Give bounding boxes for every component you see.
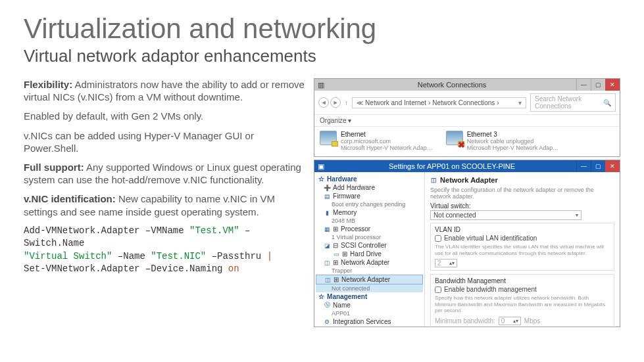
bullet-fullsupport: Full support: Any supported Windows or L… [24, 161, 305, 186]
vlan-group-title: VLAN ID [435, 226, 610, 233]
vlan-checkbox[interactable]: Enable virtual LAN identification [435, 235, 610, 242]
tree-memory-sub: 2048 MB [316, 217, 423, 225]
bullet-enabled: Enabled by default, with Gen 2 VMs only. [24, 110, 305, 122]
tree-processor[interactable]: ▦⊞ Processor [316, 225, 423, 233]
minimize-button[interactable]: — [576, 160, 591, 172]
nic-tree-icon: ◫ [324, 260, 330, 266]
tree-firmware[interactable]: ▤Firmware [316, 192, 423, 200]
processor-icon: ▦ [324, 226, 330, 233]
tree-firmware-sub: Boot entry changes pending [316, 200, 423, 208]
tree-management-section: ☆ Management [316, 292, 423, 301]
vlan-group: VLAN ID Enable virtual LAN identificatio… [430, 223, 614, 271]
tree-is-sub: Some services offered [316, 326, 423, 327]
settings-icon: ▣ [314, 162, 328, 171]
code-block: Add-VMNetwork.Adapter –VMName "Test.VM" … [24, 225, 305, 276]
bullet-fullsupport-lead: Full support: [24, 162, 84, 173]
vlan-hint: The VLAN identifier specifies the virtua… [435, 244, 610, 256]
nic-icon [320, 131, 337, 145]
back-button[interactable]: ◄ [318, 97, 329, 108]
tree-na1-sub: Trapper [316, 267, 423, 275]
tree-na2-sub: Not connected [316, 284, 423, 292]
tree-integration-services[interactable]: ⚙Integration Services [316, 317, 423, 326]
firmware-icon: ▤ [324, 193, 330, 200]
slide-subtitle: Virtual network adaptor enhancements [24, 46, 620, 66]
close-button[interactable]: ✕ [605, 79, 620, 91]
nic-pane-icon: ◫ [430, 177, 437, 183]
tree-scsi[interactable]: ◪⊟ SCSI Controller [316, 241, 423, 250]
disconnected-icon: ✖ [458, 140, 465, 150]
bullet-flexibility: Flexibility: Administrators now have the… [24, 78, 305, 103]
forward-button[interactable]: ► [330, 97, 341, 108]
bandwidth-checkbox[interactable]: Enable bandwidth management [435, 286, 610, 293]
bullet-flexibility-lead: Flexibility: [24, 79, 72, 90]
memory-icon: ▮ [324, 210, 330, 216]
services-icon: ⚙ [324, 319, 330, 325]
tree-name-sub: APP01 [316, 309, 423, 317]
window-icon: ▥ [314, 81, 328, 89]
connection-ethernet-3[interactable]: ✖ Ethernet 3 Network cable unplugged Mic… [446, 131, 559, 151]
pane-header: ◫Network Adapter [430, 176, 614, 184]
scsi-icon: ◪ [324, 242, 330, 249]
tree-processor-sub: 1 Virtual processor [316, 233, 423, 241]
vlan-id-input[interactable]: 2 ▴▾ [435, 259, 457, 267]
min-bandwidth-label: Minimum bandwidth: [435, 317, 495, 325]
search-icon: 🔍 [603, 99, 611, 106]
bullet-identification: v.NIC identification: New capability to … [24, 192, 305, 217]
hdd-icon: ▭ [333, 251, 339, 258]
bandwidth-hint: Specify how this network adapter utilize… [435, 295, 610, 314]
maximize-button[interactable]: ▢ [591, 160, 605, 172]
settings-title: Settings for APP01 on SCOOLEY-PINE [328, 162, 576, 170]
breadcrumb[interactable]: ≪ Network and Internet › Network Connect… [352, 97, 526, 108]
bullet-added: v.NICs can be added using Hyper-V Manage… [24, 129, 305, 154]
name-icon: Ⓝ [324, 302, 330, 309]
mbps-label: Mbps [524, 317, 540, 325]
network-connections-window: ▥ Network Connections — ▢ ✕ ◄ ► ↑ ≪ [314, 78, 620, 157]
search-input[interactable]: Search Network Connections 🔍 [530, 93, 616, 112]
minimize-button[interactable]: — [576, 79, 591, 91]
chevron-down-icon: ▾ [576, 212, 578, 218]
tree-network-adapter-1[interactable]: ◫⊞ Network Adapter [316, 258, 423, 267]
slide-title: Virtualization and networking [24, 13, 620, 45]
vm-settings-window: ▣ Settings for APP01 on SCOOLEY-PINE — ▢… [314, 160, 620, 327]
maximize-button[interactable]: ▢ [591, 79, 605, 91]
virtual-switch-label: Virtual switch: [430, 202, 614, 210]
organize-menu[interactable]: Organize ▾ [314, 115, 620, 127]
left-column: Flexibility: Administrators now have the… [24, 78, 305, 327]
connection-ethernet[interactable]: Ethernet corp.microsoft.com Microsoft Hy… [320, 131, 433, 151]
settings-tree: ☆ Hardware ➕Add Hardware ▤Firmware Boot … [314, 172, 425, 327]
settings-pane: ◫Network Adapter Specify the configurati… [425, 172, 620, 327]
virtual-switch-select[interactable]: Not connected ▾ [430, 210, 582, 220]
close-button[interactable]: ✕ [605, 160, 620, 172]
tree-name[interactable]: ⓃName [316, 301, 423, 309]
up-icon[interactable]: ↑ [345, 99, 348, 106]
window-title: Network Connections [328, 81, 576, 89]
tree-hardware-section: ☆ Hardware [316, 175, 423, 183]
bullet-identification-lead: v.NIC identification: [24, 193, 116, 204]
tree-add-hardware[interactable]: ➕Add Hardware [316, 183, 423, 192]
nic-tree-icon: ◫ [324, 277, 331, 283]
bandwidth-group: Bandwidth Management Enable bandwidth ma… [430, 274, 614, 328]
tree-hdd[interactable]: ▭⊞ Hard Drive [316, 250, 423, 258]
bandwidth-group-title: Bandwidth Management [435, 277, 610, 284]
min-bandwidth-input[interactable]: 0▴▾ [499, 317, 521, 325]
tree-network-adapter-2[interactable]: ◫⊞ Network Adapter [316, 275, 423, 284]
pane-desc: Specify the configuration of the network… [430, 187, 614, 200]
tree-memory[interactable]: ▮Memory [316, 208, 423, 217]
add-hardware-icon: ➕ [324, 185, 330, 191]
breadcrumb-prefix: ≪ [357, 99, 363, 106]
